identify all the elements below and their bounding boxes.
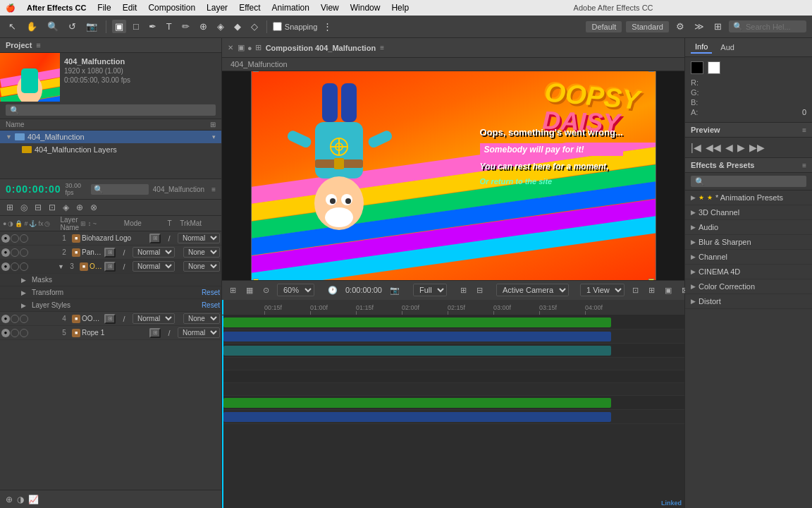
layer-link-5[interactable]: ⊞ <box>149 328 161 338</box>
timeline-search-input[interactable] <box>104 185 146 193</box>
timeline-ruler[interactable]: 00:15f 01:00f 01:15f 02:00f 02:15f 03:00… <box>222 300 684 315</box>
vp-3d-btn[interactable]: ⊙ <box>261 285 271 296</box>
menu-file[interactable]: File <box>97 3 111 13</box>
comp-tab-icon2[interactable]: ● <box>247 43 252 52</box>
tool-camera[interactable]: 📷 <box>83 20 100 33</box>
effect-cat-colorcorr[interactable]: ▶ Color Correction <box>685 279 812 294</box>
workspace-standard[interactable]: Standard <box>626 21 669 32</box>
snapping-label[interactable]: Snapping <box>285 23 318 31</box>
tool-zoom[interactable]: 🔍 <box>44 20 61 33</box>
tool-pin2[interactable]: ◇ <box>248 20 261 33</box>
layer-eye-4[interactable]: ● <box>1 315 10 323</box>
search-input[interactable] <box>746 23 802 31</box>
vp-time-display[interactable]: 0:00:00:00 <box>345 286 382 294</box>
tl-bottom-graph[interactable]: 📈 <box>28 495 39 504</box>
vp-layout3[interactable]: ▣ <box>663 285 674 296</box>
tl-tool-7[interactable]: ⊗ <box>88 202 99 213</box>
layer-row-4[interactable]: ● 4 ■ OOPSY DAISY - Single .fx ⊞ / Norma… <box>0 312 221 326</box>
tool-select[interactable]: ↖ <box>6 20 19 33</box>
project-item-folder[interactable]: ▶ 404_Malfunction Layers <box>0 143 221 156</box>
vp-camera-icon[interactable]: 📷 <box>388 285 402 296</box>
layer-sub-masks[interactable]: ▶ Masks <box>0 274 221 286</box>
effects-menu[interactable]: ≡ <box>802 162 806 169</box>
tl-bottom-solo[interactable]: ◑ <box>17 495 24 504</box>
layer-mode-5[interactable]: Normal <box>178 327 220 338</box>
tl-track-2[interactable] <box>222 329 684 344</box>
layer-solo-3[interactable] <box>11 262 19 271</box>
project-item-comp[interactable]: ▼ 404_Malfunction ▾ <box>0 131 221 143</box>
project-search-input[interactable] <box>6 104 216 116</box>
tool-text[interactable]: T <box>164 20 175 33</box>
layer-trkmat-3[interactable]: None <box>183 261 220 272</box>
timeline-current-time[interactable]: 0:00:00:00 <box>6 183 61 195</box>
project-col-options[interactable]: ⊞ <box>210 121 216 128</box>
layer-link-4[interactable]: ⊞ <box>104 314 116 324</box>
audio-tab[interactable]: Aud <box>716 42 739 53</box>
tool-rotate[interactable]: ↺ <box>66 20 79 33</box>
tool-pen[interactable]: ✒ <box>146 20 159 33</box>
layer-sub-transform[interactable]: ▶ Transform Reset <box>0 286 221 299</box>
layer-solo-2[interactable] <box>11 248 19 257</box>
snapping-options[interactable]: ⋮ <box>320 20 335 33</box>
menu-window[interactable]: Window <box>350 3 381 13</box>
vp-layout2[interactable]: ⊞ <box>646 285 657 296</box>
app-name[interactable]: After Effects CC <box>27 4 86 12</box>
comp-tab-menu[interactable]: ≡ <box>380 44 384 52</box>
tool-pin[interactable]: ◆ <box>231 20 244 33</box>
layer-mode-2[interactable]: Normal <box>133 247 175 258</box>
layer-row-1[interactable]: ● 1 ■ Biohazard Logo ⊞ / Normal <box>0 231 221 246</box>
effect-cat-audio[interactable]: ▶ Audio <box>685 220 812 235</box>
preview-start[interactable]: |◀ <box>691 142 701 153</box>
snapping-checkbox[interactable] <box>273 22 282 31</box>
layer-solo-1[interactable] <box>11 234 19 243</box>
tl-tool-2[interactable]: ◎ <box>18 202 30 213</box>
vp-time-btn[interactable]: 🕐 <box>326 285 340 296</box>
preview-menu[interactable]: ≡ <box>802 126 806 134</box>
vp-render-btn[interactable]: ▦ <box>244 285 255 296</box>
tl-tool-1[interactable]: ⊞ <box>4 202 16 213</box>
preview-prev-frame[interactable]: ◀ <box>725 142 733 153</box>
effects-search-input[interactable] <box>691 176 806 187</box>
layer-expand-3[interactable]: ▼ <box>58 263 64 270</box>
tl-tool-5[interactable]: ◈ <box>61 202 71 213</box>
tl-tool-3[interactable]: ⊟ <box>32 202 44 213</box>
layer-stroke-2[interactable]: / <box>117 248 131 257</box>
vp-grid-btn[interactable]: ⊞ <box>458 285 469 296</box>
menu-edit[interactable]: Edit <box>123 3 137 13</box>
layer-lock-3[interactable] <box>20 262 28 271</box>
layer-row-2[interactable]: ● 2 ■ Panic Guy ⊞ / Normal None <box>0 246 221 260</box>
tl-tool-4[interactable]: ⊡ <box>47 202 58 213</box>
vp-view-select[interactable]: 1 View <box>580 284 625 296</box>
workspace-default[interactable]: Default <box>586 21 622 32</box>
layer-eye-5[interactable]: ● <box>1 329 10 337</box>
tool-hand[interactable]: ✋ <box>23 20 40 33</box>
layer-lock-5[interactable] <box>20 329 28 337</box>
effect-cat-cinema4d[interactable]: ▶ CINEMA 4D <box>685 265 812 279</box>
tl-track-5[interactable] <box>222 410 684 424</box>
vp-layout1[interactable]: ⊡ <box>630 285 641 296</box>
comp-tab-icon3[interactable]: ⊞ <box>255 43 262 52</box>
layer-stroke-5[interactable]: / <box>162 329 176 337</box>
layer-link-3[interactable]: ⊞ <box>104 262 116 272</box>
layer-lock-4[interactable] <box>20 315 28 323</box>
layer-solo-4[interactable] <box>11 315 19 323</box>
background-swatch[interactable] <box>708 61 720 74</box>
tl-track-3[interactable] <box>222 344 684 358</box>
apple-menu[interactable]: 🍎 <box>6 4 16 13</box>
preview-next-frame[interactable]: ▶▶ <box>749 142 765 153</box>
tool-puppet[interactable]: ◈ <box>214 20 227 33</box>
timeline-menu-icon[interactable]: ≡ <box>211 186 216 193</box>
vp-prop-btn[interactable]: ⊟ <box>474 285 485 296</box>
tl-track-1[interactable] <box>222 315 684 329</box>
vp-zoom-select[interactable]: 60% <box>277 284 314 296</box>
menu-effect[interactable]: Effect <box>239 3 260 13</box>
vp-quality-select[interactable]: Full <box>413 284 447 296</box>
workspace-options[interactable]: ⚙ <box>673 20 687 33</box>
layer-link-2[interactable]: ⊞ <box>104 248 116 258</box>
layer-stroke-3[interactable]: / <box>117 262 131 271</box>
workspace-expand[interactable]: ≫ <box>691 20 707 33</box>
transform-reset[interactable]: Reset <box>202 289 220 296</box>
layer-row-3[interactable]: ● ▼ 3 ■ OOPSY D... - Multiple .fx ⊞ / No… <box>0 260 221 274</box>
layer-row-5[interactable]: ● 5 ■ Rope 1 ⊞ / Normal <box>0 326 221 340</box>
layer-eye-3[interactable]: ● <box>1 262 10 271</box>
